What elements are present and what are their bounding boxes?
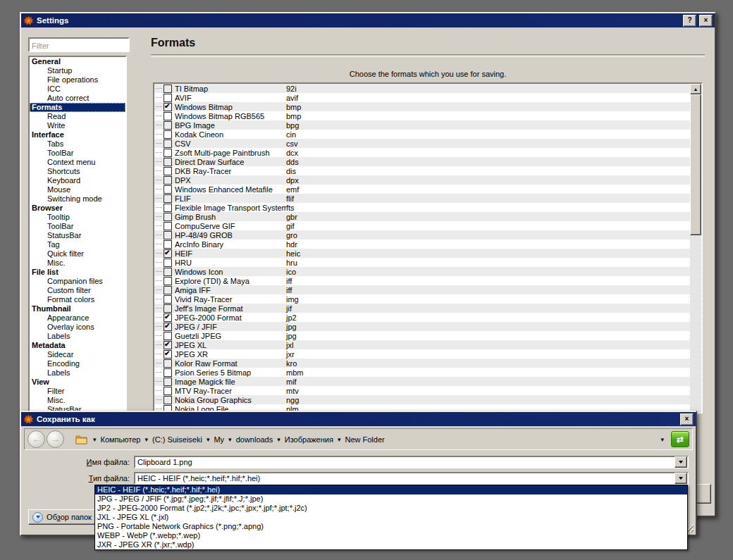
scrollbar-thumb[interactable]	[690, 94, 701, 235]
filetype-option[interactable]: JXR - JPEG XR (*.jxr;*.wdp)	[95, 540, 687, 549]
sidebar-item[interactable]: Format colors	[30, 295, 125, 304]
sidebar-item[interactable]: Appearance	[30, 313, 125, 323]
format-row[interactable]: Zsoft Multi-page Paintbrush dcx	[154, 148, 690, 157]
format-checkbox[interactable]	[164, 85, 172, 93]
format-row[interactable]: Windows Icon ico	[154, 267, 690, 276]
format-row[interactable]: HRU hru	[154, 258, 690, 267]
sidebar-item[interactable]: Metadata	[30, 341, 125, 350]
format-row[interactable]: DKB Ray-Tracer dis	[154, 166, 690, 175]
format-checkbox[interactable]	[164, 204, 172, 212]
sidebar-item[interactable]: Misc.	[30, 259, 125, 268]
sidebar-item[interactable]: File list	[30, 268, 125, 277]
format-checkbox[interactable]	[164, 194, 172, 203]
sidebar-item[interactable]: Filter	[30, 387, 125, 396]
format-checkbox[interactable]	[164, 240, 172, 249]
format-row[interactable]: AVIF avif	[154, 93, 690, 102]
format-checkbox[interactable]	[164, 112, 172, 120]
format-row[interactable]: Image Magick file mif	[154, 377, 690, 386]
filetype-option[interactable]: HEIC - HEIF (*.heic;*.heif;*.hif;*.hei)	[95, 485, 687, 494]
filename-field[interactable]: Clipboard 1.png	[134, 456, 689, 468]
format-checkbox[interactable]	[164, 94, 172, 102]
sidebar-item[interactable]: Tooltip	[30, 213, 125, 222]
filename-value[interactable]: Clipboard 1.png	[135, 458, 675, 466]
format-row[interactable]: BPG Image bpg	[154, 120, 690, 130]
format-row[interactable]: HP-48/49 GROB gro	[154, 230, 690, 239]
scroll-up-icon[interactable]: ▲	[690, 84, 701, 94]
format-checkbox[interactable]	[164, 121, 172, 130]
format-row[interactable]: Amiga IFF iff	[154, 285, 690, 294]
format-checkbox[interactable]	[164, 213, 172, 221]
sidebar-item[interactable]: Interface	[30, 130, 125, 139]
sidebar-item[interactable]: Tabs	[30, 139, 125, 149]
format-checkbox[interactable]	[164, 149, 172, 157]
sidebar-item[interactable]: Formats	[30, 103, 125, 112]
chevron-down-icon[interactable]: ▾	[338, 436, 341, 443]
search-input[interactable]	[30, 40, 128, 52]
help-button[interactable]: ?	[683, 15, 696, 27]
filetype-option[interactable]: WEBP - WebP (*.webp;*.wep)	[95, 531, 687, 540]
format-row[interactable]: Explore (TDI) & Maya iff	[154, 276, 690, 285]
format-row[interactable]: JPEG-2000 Format jp2	[154, 313, 690, 322]
sidebar-item[interactable]: Context menu	[30, 158, 125, 167]
sidebar-item[interactable]: Labels	[30, 332, 125, 341]
format-row[interactable]: Gimp Brush gbr	[154, 212, 690, 221]
refresh-button[interactable]: ⇄	[671, 431, 689, 447]
format-checkbox[interactable]	[164, 396, 172, 404]
chevron-down-icon[interactable]: ▾	[660, 436, 664, 443]
forward-icon[interactable]: →	[47, 430, 64, 448]
close-icon[interactable]: ×	[680, 413, 694, 425]
sidebar-item[interactable]: Tag	[30, 240, 125, 249]
sidebar-item[interactable]: ICC	[30, 85, 125, 94]
format-row[interactable]: Vivid Ray-Tracer img	[154, 294, 690, 304]
filetype-option[interactable]: PNG - Portable Network Graphics (*.png;*…	[95, 522, 687, 531]
format-checkbox[interactable]	[164, 167, 172, 175]
format-checkbox[interactable]	[164, 359, 172, 368]
chevron-down-icon[interactable]: ▾	[93, 436, 97, 443]
format-checkbox[interactable]	[164, 277, 172, 285]
chevron-down-icon[interactable]: ▾	[277, 436, 281, 443]
sidebar-item[interactable]: Write	[30, 121, 125, 130]
sidebar-item[interactable]: Companion files	[30, 277, 125, 286]
format-row[interactable]: HEIF heic	[154, 249, 690, 258]
sidebar-item[interactable]: Overlay icons	[30, 323, 125, 332]
filetype-option[interactable]: JP2 - JPEG-2000 Format (*.jp2;*.j2k;*.jp…	[95, 504, 687, 513]
sidebar-item[interactable]: Switching mode	[30, 194, 125, 204]
format-checkbox[interactable]	[164, 185, 172, 194]
format-row[interactable]: Flexible Image Transport System fts	[154, 203, 690, 212]
vertical-scrollbar[interactable]: ▲	[690, 84, 701, 412]
filetype-option[interactable]: JXL - JPEG XL (*.jxl)	[95, 513, 687, 522]
breadcrumb-item[interactable]: My	[214, 435, 224, 444]
sidebar-item[interactable]: Thumbnail	[30, 304, 125, 313]
back-icon[interactable]: ←	[27, 430, 45, 448]
sidebar-item[interactable]: Quick filter	[30, 249, 125, 259]
format-checkbox[interactable]	[164, 332, 172, 340]
sidebar-item[interactable]: ToolBar	[30, 149, 125, 158]
format-row[interactable]: Direct Draw Surface dds	[154, 157, 690, 166]
sidebar-item[interactable]: Read	[30, 112, 125, 121]
chevron-down-icon[interactable]: ▾	[207, 436, 210, 443]
format-row[interactable]: MTV Ray-Tracer mtv	[154, 386, 690, 395]
format-row[interactable]: TI Bitmap 92i	[154, 84, 690, 93]
breadcrumb-item[interactable]: New Folder	[345, 435, 384, 444]
filetype-option[interactable]: JPG - JPEG / JFIF (*.jpg;*.jpeg;*.jif;*.…	[95, 494, 687, 504]
format-checkbox[interactable]	[164, 295, 172, 304]
sidebar-item[interactable]: StatusBar	[30, 231, 125, 240]
sidebar-item[interactable]: Mouse	[30, 185, 125, 194]
sidebar-item[interactable]: Keyboard	[30, 176, 125, 185]
breadcrumb-item[interactable]: Компьютер	[101, 435, 141, 444]
format-row[interactable]: JPEG XL jxl	[154, 340, 690, 349]
format-row[interactable]: Windows Enhanced Metafile emf	[154, 185, 690, 194]
format-row[interactable]: FLIF flif	[154, 194, 690, 203]
format-checkbox[interactable]	[164, 259, 172, 267]
format-row[interactable]: Kodak Cineon cin	[154, 130, 690, 139]
format-row[interactable]: JPEG XR jxr	[154, 349, 690, 359]
format-checkbox[interactable]	[164, 313, 172, 322]
format-checkbox[interactable]	[164, 304, 172, 313]
format-row[interactable]: CSV csv	[154, 139, 690, 148]
format-checkbox[interactable]	[164, 176, 172, 185]
filename-dropdown-icon[interactable]	[675, 456, 687, 468]
breadcrumb-item[interactable]: (C:) Suiseiseki	[152, 435, 202, 444]
sidebar-item[interactable]: View	[30, 378, 125, 387]
breadcrumb-item[interactable]: Изображения	[285, 435, 333, 444]
format-checkbox[interactable]	[164, 158, 172, 166]
